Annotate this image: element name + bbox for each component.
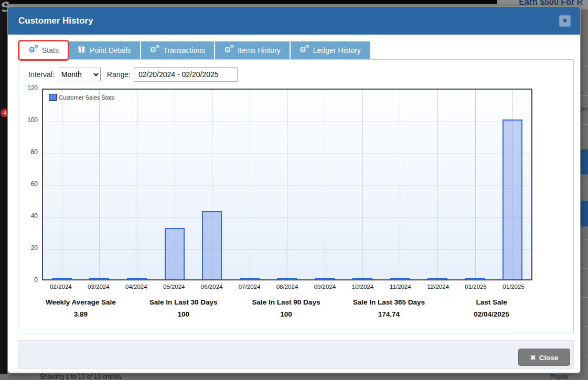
tab-transactions[interactable]: Transactions: [141, 41, 215, 59]
chart-controls: Interval: Month Range:: [28, 67, 238, 82]
range-input[interactable]: [134, 67, 238, 82]
vertical-gridline: [250, 90, 250, 279]
tab-point-details[interactable]: Point Details: [69, 41, 140, 59]
bar: [165, 228, 185, 279]
chart-legend: Customer Sales Stats: [49, 94, 114, 101]
dialog-close-button[interactable]: ✖: [559, 15, 571, 27]
close-x-icon: ✖: [530, 353, 536, 362]
stat-sale-last-30-days: Sale In Last 30 Days 100: [132, 298, 235, 318]
vertical-gridline: [99, 90, 100, 279]
horizontal-gridline: [43, 218, 531, 218]
category-slot: [269, 90, 306, 279]
bar: [390, 278, 410, 279]
stat-value: 100: [235, 310, 338, 318]
tab-ledger-history[interactable]: Ledger History: [291, 41, 370, 59]
y-tick-label: 60: [18, 180, 38, 188]
tab-stats[interactable]: Stats: [19, 41, 68, 59]
tab-label: Items History: [238, 46, 281, 55]
sales-chart: 020406080100120 Customer Sales Stats 02/…: [18, 60, 573, 333]
previous-link-fragment: Previo: [550, 374, 568, 380]
bar: [352, 278, 372, 279]
category-slot: [193, 90, 231, 279]
horizontal-gridline: [43, 249, 531, 250]
bar: [465, 278, 485, 279]
vertical-gridline: [212, 90, 212, 279]
y-tick-label: 80: [18, 148, 38, 156]
plot-area: Customer Sales Stats: [42, 89, 532, 280]
category-slot: [306, 90, 344, 279]
stat-label: Weekly Average Sale: [29, 298, 132, 306]
entries-count-text: Showing 1 to 10 of 10 entries: [40, 374, 121, 380]
cogs-icon: [224, 46, 233, 55]
stat-value: 174.74: [337, 310, 440, 318]
vertical-gridline: [62, 90, 62, 279]
vertical-gridline: [512, 90, 513, 279]
customer-history-dialog: Customer History ✖ Stats Point Details T…: [7, 6, 581, 373]
dialog-header: Customer History ✖: [8, 7, 580, 35]
x-tick-label: 08/2024: [269, 284, 306, 290]
background-text-fragment: DV: [581, 106, 587, 112]
vertical-gridline: [287, 90, 287, 279]
interval-select[interactable]: Month: [59, 68, 101, 81]
dialog-title: Customer History: [18, 7, 93, 35]
background-table-strip: [581, 9, 588, 374]
vertical-gridline: [437, 90, 438, 279]
stat-sale-last-90-days: Sale In Last 90 Days 100: [235, 298, 338, 318]
background-sidebar: [0, 0, 7, 380]
stat-label: Sale In Last 365 Days: [337, 298, 440, 306]
vertical-gridline: [362, 90, 363, 279]
bar: [202, 211, 222, 279]
category-slot: [419, 90, 456, 279]
x-tick-label: 02/2024: [42, 284, 80, 290]
stats-panel: Interval: Month Range: 020406080100120 C…: [18, 59, 574, 333]
stat-label: Sale In Last 30 Days: [132, 298, 235, 306]
vertical-gridline: [325, 90, 325, 279]
range-label: Range:: [107, 70, 131, 79]
vertical-gridline: [137, 90, 137, 279]
close-button-label: Close: [539, 354, 559, 362]
category-slot: [118, 90, 156, 279]
x-tick-label: 05/2024: [155, 284, 193, 290]
x-tick-label: 03/2024: [80, 284, 117, 290]
bar: [503, 120, 522, 279]
x-tick-label: 01/2025: [457, 284, 495, 290]
tab-bar: Stats Point Details Transactions Items H…: [19, 41, 370, 59]
category-slot: [43, 90, 81, 279]
y-tick-label: 20: [18, 244, 38, 252]
cogs-icon: [28, 46, 38, 55]
close-icon: ✖: [562, 17, 567, 24]
y-tick-label: 120: [18, 84, 38, 92]
bar: [52, 278, 72, 279]
stat-label: Last Sale: [440, 298, 543, 306]
horizontal-gridline: [43, 122, 531, 122]
category-slot: [231, 90, 269, 279]
bars-container: [43, 90, 531, 279]
x-tick-label: 10/2024: [344, 284, 381, 290]
category-slot: [156, 90, 194, 279]
tab-label: Point Details: [90, 46, 131, 55]
y-axis: 020406080100120: [18, 89, 39, 280]
y-tick-label: 100: [18, 116, 38, 124]
stat-value: 3.89: [29, 310, 132, 318]
stat-weekly-average-sale: Weekly Average Sale 3.89: [29, 298, 132, 318]
cogs-icon: [150, 46, 159, 55]
tab-label: Transactions: [164, 46, 206, 55]
horizontal-gridline: [43, 186, 531, 186]
tab-items-history[interactable]: Items History: [215, 41, 290, 59]
category-slot: [381, 90, 419, 279]
vertical-gridline: [400, 90, 400, 279]
cogs-icon: [300, 46, 309, 55]
gift-icon: [78, 46, 85, 55]
vertical-gridline: [175, 90, 175, 279]
tab-label: Ledger History: [313, 46, 361, 55]
x-tick-label: 12/2024: [419, 284, 457, 290]
legend-swatch: [49, 94, 57, 101]
vertical-gridline: [475, 90, 476, 279]
x-tick-label: 01/2025: [495, 284, 532, 290]
stat-sale-last-365-days: Sale In Last 365 Days 174.74: [337, 298, 440, 318]
close-button[interactable]: ✖Close: [518, 349, 570, 366]
bar: [127, 278, 147, 279]
category-slot: [81, 90, 119, 279]
stat-value: 100: [132, 310, 235, 318]
background-top-bar: [0, 0, 497, 4]
